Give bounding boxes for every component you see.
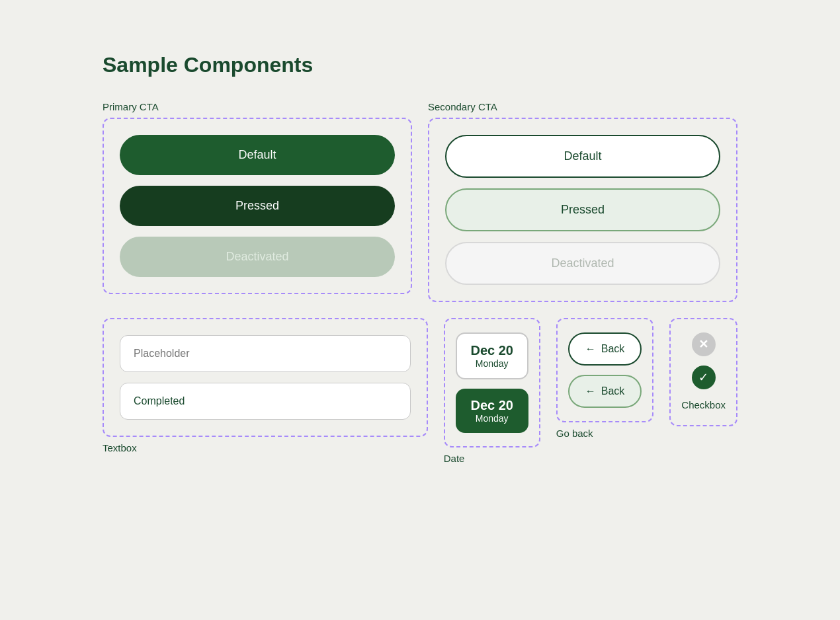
primary-cta-box: Default Pressed Deactivated [103, 118, 412, 294]
checkbox-box: ✕ ✓ Checkbox [669, 318, 737, 426]
back-pressed-button[interactable]: ← Back [568, 375, 642, 408]
placeholder-input[interactable] [120, 335, 411, 372]
secondary-cta-box: Default Pressed Deactivated [428, 118, 737, 302]
back-default-button[interactable]: ← Back [568, 332, 642, 366]
completed-input[interactable] [120, 383, 411, 420]
back-default-text: Back [601, 343, 625, 355]
date-default-num: Dec 20 [470, 343, 514, 358]
checkbox-check-button[interactable]: ✓ [692, 366, 716, 389]
back-pressed-arrow: ← [585, 385, 596, 397]
date-card-default[interactable]: Dec 20 Monday [456, 332, 528, 379]
date-label: Date [444, 453, 540, 464]
back-default-arrow: ← [585, 343, 596, 355]
date-box: Dec 20 Monday Dec 20 Monday [444, 318, 540, 447]
checkbox-section-wrapper: ✕ ✓ Checkbox [669, 318, 737, 426]
date-section: Dec 20 Monday Dec 20 Monday Date [444, 318, 540, 464]
go-back-box: ← Back ← Back [556, 318, 654, 422]
primary-cta-section: Primary CTA Default Pressed Deactivated [103, 101, 412, 302]
primary-default-button[interactable]: Default [120, 135, 395, 175]
date-default-day: Monday [470, 358, 514, 369]
secondary-default-button[interactable]: Default [445, 135, 720, 178]
back-pressed-text: Back [601, 385, 625, 397]
date-selected-day: Monday [469, 413, 515, 424]
secondary-cta-section: Secondary CTA Default Pressed Deactivate… [428, 101, 737, 302]
date-selected-num: Dec 20 [469, 398, 515, 413]
checkbox-x-button[interactable]: ✕ [692, 332, 716, 356]
secondary-deactivated-button: Deactivated [445, 242, 720, 285]
page-title: Sample Components [103, 53, 737, 77]
primary-deactivated-button: Deactivated [120, 237, 395, 277]
go-back-label: Go back [556, 428, 654, 439]
textbox-section: Textbox [103, 318, 428, 453]
secondary-cta-label: Secondary CTA [428, 101, 737, 112]
primary-cta-label: Primary CTA [103, 101, 412, 112]
go-back-section: ← Back ← Back Go back [556, 318, 654, 439]
date-card-selected[interactable]: Dec 20 Monday [456, 389, 528, 433]
secondary-pressed-button[interactable]: Pressed [445, 188, 720, 231]
primary-pressed-button[interactable]: Pressed [120, 186, 395, 226]
checkbox-label: Checkbox [681, 399, 726, 412]
textbox-label: Textbox [103, 442, 428, 453]
textbox-box [103, 318, 428, 437]
